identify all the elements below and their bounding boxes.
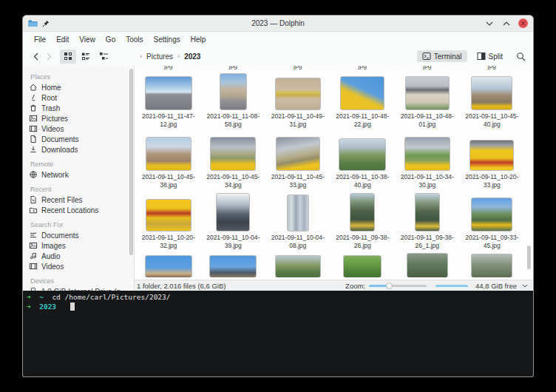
menubar-item[interactable]: Edit — [52, 34, 73, 45]
tree-view-button[interactable] — [95, 50, 112, 64]
menubar-item[interactable]: Settings — [149, 34, 185, 45]
file-name: 2021-09-11_10-38-40.jpg — [336, 173, 389, 189]
details-view-button[interactable] — [78, 50, 94, 64]
sidebar-item[interactable]: Documents — [23, 230, 134, 240]
video-icon — [29, 124, 38, 133]
zoom-slider-handle[interactable] — [386, 283, 393, 289]
file-item[interactable]: 2021-09-11_10-04-39.jpg — [201, 192, 266, 252]
sidebar-section-header: Devices — [30, 277, 134, 285]
sidebar-item[interactable]: Recent Files — [23, 195, 134, 205]
file-name: 2021-09-11_10-45-40.jpg — [465, 112, 518, 128]
file-thumbnail — [339, 138, 386, 171]
file-item[interactable]: 2021-09-11_10-45-33.jpg — [265, 131, 330, 192]
sidebar-item[interactable]: Root — [23, 92, 134, 103]
file-thumbnail[interactable] — [343, 255, 382, 277]
close-button[interactable] — [518, 18, 528, 28]
menubar-item[interactable]: File — [30, 34, 50, 45]
maximize-button[interactable] — [501, 18, 512, 29]
file-thumbnail — [276, 137, 320, 171]
sidebar-item[interactable]: 1,0 GiB Internal Drive (nvme… — [23, 286, 134, 291]
audio-icon — [29, 251, 38, 260]
terminal-line: ➜ 2023 — [27, 302, 533, 311]
sidebar-section-header: Search For — [30, 221, 134, 229]
file-item[interactable]: 2021-09-11_10-34-30.jpg — [395, 131, 460, 192]
file-thumbnail[interactable] — [275, 255, 321, 277]
terminal-toggle-button[interactable]: Terminal — [417, 50, 467, 62]
search-doc-icon — [29, 231, 38, 240]
file-name: 2021-09-11_10-04-39.jpg — [206, 234, 260, 249]
breadcrumb-separator-icon: › — [140, 53, 142, 60]
trash-icon — [29, 104, 38, 112]
breadcrumb-separator-icon: › — [177, 53, 180, 60]
sidebar-item[interactable]: Home — [23, 82, 134, 92]
pin-icon[interactable] — [42, 20, 50, 27]
folder-view[interactable]: jpgjpgjpgjpgjpgjpg 2021-09-11_11-47-12.j… — [135, 66, 533, 280]
file-thumbnail — [471, 197, 512, 232]
search-icon[interactable] — [514, 50, 527, 63]
file-item[interactable]: 2021-09-11_10-20-33.jpg — [460, 131, 525, 192]
file-name: 2021-09-11_11-47-12.jpg — [142, 112, 195, 128]
file-item[interactable]: 2021-09-11_10-45-34.jpg — [201, 131, 266, 192]
file-item[interactable]: 2021-09-11_11-47-12.jpg — [136, 70, 201, 131]
file-item[interactable]: 2021-09-11_10-20-32.jpg — [136, 192, 201, 252]
sidebar-item[interactable]: Audio — [23, 251, 134, 261]
file-thumbnail[interactable] — [471, 254, 512, 277]
file-name: 2021-09-11_10-48-22.jpg — [336, 112, 389, 128]
minimize-button[interactable] — [484, 18, 495, 29]
split-view-button[interactable]: Split — [472, 50, 508, 62]
file-name: 2021-09-11_10-20-33.jpg — [465, 173, 518, 189]
file-thumbnail[interactable] — [407, 253, 448, 277]
sidebar-item[interactable]: Network — [23, 169, 134, 180]
view-scrollbar[interactable] — [527, 246, 531, 269]
file-item[interactable]: 2021-09-11_10-48-22.jpg — [330, 70, 396, 131]
root-icon — [29, 93, 38, 102]
back-button[interactable] — [29, 50, 42, 63]
zoom-label: Zoom: — [345, 282, 365, 290]
file-item[interactable]: 2021-09-11_11-08-58.jpg — [201, 70, 266, 131]
sidebar-item[interactable]: Images — [23, 240, 134, 251]
sidebar-item[interactable]: Pictures — [23, 113, 134, 124]
file-item[interactable]: 2021-09-11_10-45-40.jpg — [460, 70, 525, 131]
breadcrumb-item[interactable]: 2023 — [182, 52, 203, 61]
file-name: 2021-09-11_09-33-45.jpg — [465, 234, 518, 249]
sidebar-section: Places Home Root Trash — [23, 73, 134, 155]
file-thumbnail[interactable] — [145, 255, 192, 277]
file-item[interactable]: 2021-09-11_10-04-08.jpg — [265, 192, 330, 252]
free-space-bar — [435, 285, 468, 287]
sidebar-section-header: Places — [30, 73, 134, 81]
menubar-item[interactable]: Tools — [121, 34, 147, 45]
forward-button[interactable] — [42, 50, 55, 63]
icons-view-button[interactable] — [60, 50, 76, 64]
terminal-panel[interactable]: ➜ ~ cd /home/carl/Pictures/2023/ ➜ 2023 — [23, 291, 533, 376]
file-item[interactable]: 2021-09-11_09-38-26.jpg — [330, 192, 396, 252]
file-item[interactable]: 2021-09-11_10-45-38.jpg — [136, 131, 201, 192]
file-item[interactable]: 2021-09-11_09-33-45.jpg — [460, 192, 525, 252]
menubar-item[interactable]: Help — [186, 34, 211, 45]
sidebar-item[interactable]: Downloads — [23, 144, 134, 155]
file-name: 2021-09-11_10-45-38.jpg — [142, 173, 195, 189]
menubar-item[interactable]: Go — [101, 34, 120, 45]
file-name: 2021-09-11_09-38-26_1.jpg — [401, 234, 454, 249]
breadcrumb-item[interactable]: Pictures — [144, 52, 175, 61]
zoom-slider[interactable] — [369, 283, 427, 289]
file-item[interactable]: 2021-09-11_10-38-40.jpg — [330, 131, 396, 192]
sidebar-section-header: Recent — [30, 186, 134, 193]
sidebar-item-label: Pictures — [41, 115, 68, 123]
sidebar-item[interactable]: Videos — [23, 261, 134, 271]
file-thumbnail[interactable] — [209, 255, 257, 277]
image-icon — [29, 241, 38, 250]
status-summary: 1 folder, 2.016 files (6,6 GiB) — [137, 282, 226, 290]
sidebar-item[interactable]: Trash — [23, 103, 134, 113]
document-icon — [29, 135, 38, 143]
file-thumbnail — [471, 76, 512, 110]
sidebar-item[interactable]: Videos — [23, 124, 134, 134]
file-item[interactable]: 2021-09-11_10-48-01.jpg — [395, 70, 460, 131]
titlebar[interactable]: 2023 — Dolphin — [23, 16, 533, 32]
statusbar-chevron-down-icon[interactable] — [522, 284, 528, 288]
sidebar-item[interactable]: Recent Locations — [23, 205, 134, 215]
sidebar-item[interactable]: Documents — [23, 134, 134, 144]
file-item[interactable]: 2021-09-11_09-38-26_1.jpg — [395, 192, 460, 252]
file-item[interactable]: 2021-09-11_10-49-31.jpg — [265, 70, 330, 131]
menubar-item[interactable]: View — [75, 34, 100, 45]
sidebar-scrollbar[interactable] — [129, 69, 133, 277]
